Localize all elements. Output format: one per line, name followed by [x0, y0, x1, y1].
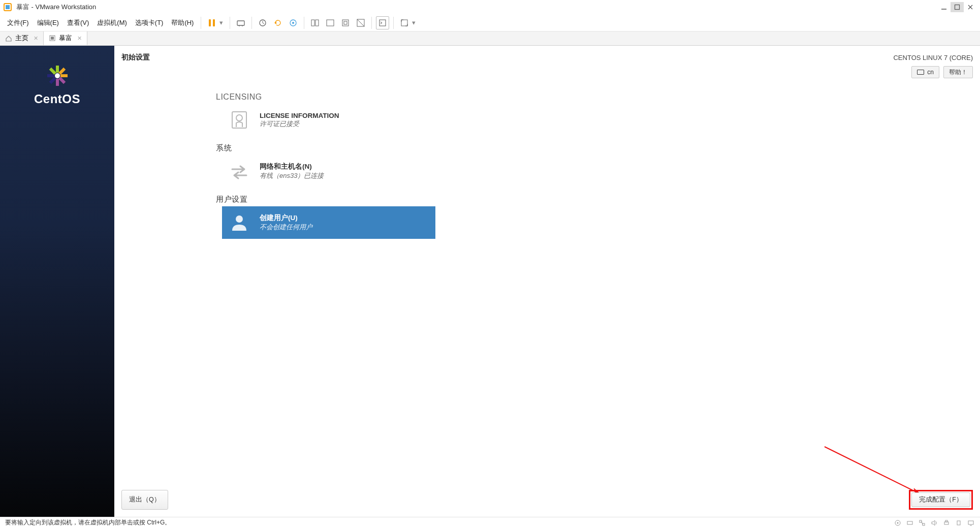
menu-view[interactable]: 查看(V): [63, 16, 93, 29]
quit-button[interactable]: 退出（Q）: [121, 490, 168, 510]
view-stretch-button[interactable]: [354, 16, 367, 29]
svg-rect-28: [56, 66, 59, 73]
status-network-icon[interactable]: [918, 519, 926, 527]
svg-rect-25: [401, 20, 407, 26]
svg-rect-6: [209, 19, 211, 26]
setup-body: LICENSING LICENSE INFORMATION 许可证已接受 系统 …: [216, 85, 960, 239]
revert-snapshot-button[interactable]: [271, 16, 284, 29]
send-ctrl-alt-del-button[interactable]: [234, 16, 247, 29]
view-single-button[interactable]: [324, 16, 337, 29]
svg-rect-50: [945, 520, 947, 522]
snapshot-button[interactable]: [256, 16, 269, 29]
svg-rect-35: [49, 68, 56, 75]
svg-line-13: [263, 23, 264, 24]
keyboard-layout-selector[interactable]: cn: [911, 66, 939, 78]
vm-tabstrip: 主页 ✕ 暴富 ✕: [0, 32, 980, 46]
svg-point-16: [292, 22, 294, 24]
svg-rect-18: [315, 20, 319, 26]
tab-home[interactable]: 主页 ✕: [0, 32, 44, 45]
svg-rect-52: [968, 521, 973, 524]
svg-rect-17: [311, 20, 314, 26]
svg-rect-29: [60, 74, 68, 77]
tab-vm-label: 暴富: [59, 34, 72, 43]
tab-vm[interactable]: 暴富 ✕: [44, 32, 87, 45]
vmware-logo-icon: [3, 3, 12, 12]
tab-home-close[interactable]: ✕: [34, 35, 38, 42]
svg-line-47: [922, 521, 923, 524]
svg-rect-49: [944, 522, 949, 524]
menu-help[interactable]: 帮助(H): [167, 16, 198, 29]
fullscreen-dropdown[interactable]: ▾: [412, 19, 419, 26]
os-label: CENTOS LINUX 7 (CORE): [893, 54, 973, 61]
home-icon: [5, 35, 12, 42]
section-system-label: 系统: [216, 143, 960, 153]
close-button[interactable]: [964, 2, 977, 12]
status-sound-icon[interactable]: [930, 519, 938, 527]
svg-rect-7: [213, 19, 215, 26]
svg-rect-21: [344, 21, 347, 24]
tab-vm-close[interactable]: ✕: [77, 35, 82, 42]
centos-brand: CentOS: [34, 92, 80, 106]
status-printer-icon[interactable]: [942, 519, 951, 527]
svg-rect-37: [232, 112, 246, 128]
svg-line-40: [825, 447, 921, 494]
setup-title: 初始设置: [121, 53, 150, 62]
svg-point-36: [55, 73, 60, 78]
network-subtitle: 有线（ens33）已连接: [260, 171, 324, 180]
menu-vm[interactable]: 虚拟机(M): [93, 16, 131, 29]
svg-rect-31: [47, 74, 54, 77]
spoke-create-user[interactable]: 创建用户(U) 不会创建任何用户: [222, 206, 435, 239]
network-icon: [228, 160, 250, 182]
window-title: 暴富 - VMware Workstation: [16, 3, 96, 12]
view-sidebyside-button[interactable]: [308, 16, 322, 29]
status-hdd-icon[interactable]: [906, 519, 914, 527]
menu-edit[interactable]: 编辑(E): [33, 16, 63, 29]
svg-rect-27: [51, 37, 54, 40]
tab-home-label: 主页: [15, 34, 28, 43]
svg-point-38: [236, 115, 242, 121]
view-fit-button[interactable]: [339, 16, 352, 29]
svg-rect-44: [907, 521, 912, 524]
menu-tabs[interactable]: 选项卡(T): [131, 16, 168, 29]
section-licensing-label: LICENSING: [216, 92, 960, 102]
centos-logo-icon: [45, 64, 70, 90]
menu-file[interactable]: 文件(F): [3, 16, 33, 29]
svg-rect-46: [923, 523, 925, 525]
license-subtitle: 许可证已接受: [260, 119, 339, 129]
vmware-statusbar: 要将输入定向到该虚拟机，请在虚拟机内部单击或按 Ctrl+G。: [0, 517, 980, 528]
spoke-license[interactable]: LICENSE INFORMATION 许可证已接受: [222, 104, 435, 136]
spoke-network[interactable]: 网络和主机名(N) 有线（ens33）已连接: [222, 155, 435, 188]
svg-rect-20: [342, 20, 349, 26]
vmware-titlebar: 暴富 - VMware Workstation: [0, 0, 980, 14]
vm-viewport: CentOS 初始设置 CENTOS LINUX 7 (CORE) cn 帮助！…: [0, 46, 980, 517]
svg-point-39: [236, 215, 243, 223]
power-dropdown[interactable]: ▾: [219, 19, 227, 26]
maximize-button[interactable]: [951, 2, 964, 12]
user-icon: [228, 211, 250, 234]
vm-tab-icon: [49, 35, 56, 42]
help-button[interactable]: 帮助！: [943, 66, 973, 78]
svg-point-43: [897, 522, 899, 523]
svg-rect-19: [327, 20, 334, 26]
pause-vm-button[interactable]: [205, 16, 218, 29]
console-view-button[interactable]: [376, 16, 389, 29]
minimize-button[interactable]: [937, 2, 951, 12]
status-usb-icon[interactable]: [955, 519, 963, 527]
setup-footer: 退出（Q） 完成配置（F）: [121, 490, 973, 510]
vmware-menubar: 文件(F) 编辑(E) 查看(V) 虚拟机(M) 选项卡(T) 帮助(H) ▾ …: [0, 14, 980, 32]
svg-rect-24: [380, 20, 386, 26]
statusbar-hint: 要将输入定向到该虚拟机，请在虚拟机内部单击或按 Ctrl+G。: [5, 518, 171, 527]
fullscreen-button[interactable]: [398, 16, 411, 29]
finish-config-button[interactable]: 完成配置（F）: [911, 492, 970, 507]
svg-rect-8: [237, 21, 244, 25]
user-title: 创建用户(U): [260, 213, 312, 223]
svg-rect-51: [957, 521, 960, 525]
status-cd-icon[interactable]: [894, 519, 902, 527]
manage-snapshots-button[interactable]: [287, 16, 300, 29]
status-display-icon[interactable]: [967, 519, 975, 527]
finish-highlight-box: 完成配置（F）: [909, 490, 973, 510]
setup-topbar: 初始设置 CENTOS LINUX 7 (CORE): [114, 46, 980, 69]
license-icon: [228, 109, 250, 131]
license-title: LICENSE INFORMATION: [260, 112, 339, 119]
svg-rect-32: [58, 68, 66, 75]
